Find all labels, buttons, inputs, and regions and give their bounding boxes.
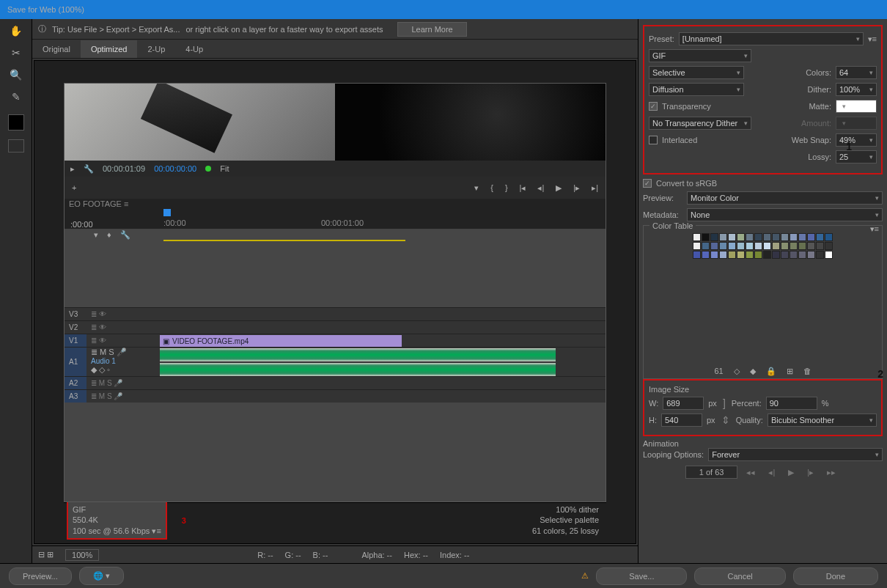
step-fwd-icon[interactable]: |▸ — [573, 183, 580, 193]
anim-prev-icon[interactable]: ◂| — [764, 466, 779, 479]
color-swatch[interactable] — [825, 242, 833, 250]
track-a2[interactable]: A2 — [65, 377, 87, 389]
color-swatch[interactable] — [754, 251, 762, 259]
color-swatch[interactable] — [816, 242, 824, 250]
quality-select[interactable]: Bicubic Smoother — [768, 414, 877, 427]
track-v2[interactable]: V2 — [65, 321, 87, 334]
save-button[interactable]: Save... — [596, 567, 687, 585]
color-swatch[interactable] — [746, 233, 754, 241]
time-ruler[interactable]: :00:00 :00:00 00:00:01:00 — [65, 209, 606, 229]
color-swatch[interactable] — [798, 251, 806, 259]
ct-new-icon[interactable]: ⊞ — [787, 367, 793, 376]
track-a3[interactable]: A3 — [65, 390, 87, 403]
track-v3[interactable]: V3 — [65, 308, 87, 320]
step-back-icon[interactable]: ◂| — [537, 183, 544, 193]
tab-original[interactable]: Original — [32, 40, 81, 58]
color-swatch[interactable] — [693, 242, 701, 250]
color-swatch[interactable] — [693, 233, 701, 241]
loop-select[interactable]: Forever — [708, 448, 883, 461]
anim-last-icon[interactable]: ▸▸ — [822, 466, 840, 479]
metadata-select[interactable]: None — [687, 208, 883, 221]
toggle-slices-icon[interactable] — [8, 139, 24, 152]
color-swatch[interactable] — [702, 242, 710, 250]
color-swatch[interactable] — [693, 251, 701, 259]
dither-method-select[interactable]: Diffusion — [649, 83, 744, 96]
color-swatch[interactable] — [754, 233, 762, 241]
color-swatch[interactable] — [737, 242, 745, 250]
play-icon[interactable]: ▶ — [556, 183, 562, 193]
zoom-fit[interactable]: Fit — [220, 164, 229, 173]
eyedropper-color-swatch[interactable] — [8, 114, 24, 131]
color-swatch[interactable] — [719, 233, 727, 241]
color-swatch[interactable] — [763, 251, 771, 259]
color-swatch[interactable] — [728, 242, 736, 250]
transparency-dither-select[interactable]: No Transparency Dither — [649, 117, 751, 130]
preview-select[interactable]: Monitor Color — [687, 191, 883, 205]
video-clip[interactable]: VIDEO FOOTAGE.mp4 — [160, 335, 402, 347]
bracket-in-icon[interactable]: { — [490, 183, 493, 192]
format-select[interactable]: GIF — [649, 49, 751, 62]
tab-2up[interactable]: 2-Up — [137, 40, 175, 58]
audio-clip[interactable] — [160, 348, 556, 361]
color-swatch[interactable] — [790, 242, 798, 250]
color-swatch[interactable] — [798, 242, 806, 250]
hand-tool-icon[interactable]: ✋ — [6, 22, 26, 40]
color-swatch[interactable] — [772, 251, 780, 259]
color-swatch[interactable] — [816, 251, 824, 259]
color-swatch[interactable] — [807, 233, 815, 241]
color-swatch[interactable] — [728, 251, 736, 259]
goto-start-icon[interactable]: |◂ — [520, 183, 526, 193]
color-swatch[interactable] — [746, 251, 754, 259]
transparency-checkbox[interactable]: ✓ — [649, 102, 658, 111]
zoom-select[interactable]: 100% — [65, 549, 99, 561]
color-swatch[interactable] — [710, 233, 718, 241]
tab-optimized[interactable]: Optimized — [81, 40, 138, 58]
goto-end-icon[interactable]: ▸| — [592, 183, 598, 193]
reduction-select[interactable]: Selective — [649, 66, 744, 79]
learn-more-button[interactable]: Learn More — [397, 22, 466, 37]
color-swatch[interactable] — [798, 233, 806, 241]
color-swatch[interactable] — [710, 242, 718, 250]
color-swatch[interactable] — [781, 233, 789, 241]
color-swatch[interactable] — [772, 242, 780, 250]
playhead-caret[interactable] — [163, 209, 171, 216]
ct-icon[interactable]: ◇ — [734, 367, 740, 376]
color-swatch[interactable] — [746, 242, 754, 250]
color-swatch[interactable] — [763, 242, 771, 250]
cancel-button[interactable]: Cancel — [694, 567, 785, 585]
preset-menu-icon[interactable]: ▾≡ — [868, 34, 877, 44]
playhead-icon[interactable]: ▸ — [70, 164, 75, 174]
color-swatch[interactable] — [728, 233, 736, 241]
audio-clip[interactable] — [160, 363, 556, 376]
bracket-out-icon[interactable]: } — [505, 183, 508, 192]
tools-icon[interactable]: 🔧 — [84, 164, 94, 174]
ct-trash-icon[interactable]: 🗑 — [803, 367, 811, 376]
srgb-checkbox[interactable]: ✓ — [643, 179, 652, 188]
tab-4up[interactable]: 4-Up — [175, 40, 213, 58]
anim-first-icon[interactable]: ◂◂ — [742, 466, 759, 479]
color-swatch[interactable] — [772, 233, 780, 241]
color-swatch[interactable] — [702, 233, 710, 241]
dither-select[interactable]: 100% — [836, 83, 877, 96]
anim-play-icon[interactable]: ▶ — [784, 466, 798, 479]
info-menu-icon[interactable]: ▾≡ — [152, 526, 161, 535]
width-input[interactable] — [663, 397, 704, 410]
link-bracket-icon[interactable]: ] — [721, 397, 727, 409]
color-swatch[interactable] — [737, 251, 745, 259]
add-icon[interactable]: + — [72, 183, 76, 192]
color-swatch[interactable] — [719, 242, 727, 250]
color-swatch[interactable] — [790, 251, 798, 259]
color-swatch[interactable] — [807, 242, 815, 250]
eyedropper-icon[interactable]: ✎ — [6, 88, 26, 106]
matte-select[interactable] — [836, 100, 877, 113]
lossy-select[interactable]: 25 — [836, 150, 877, 163]
height-input[interactable] — [661, 414, 702, 427]
done-button[interactable]: Done — [793, 567, 878, 585]
work-area-bar[interactable] — [163, 240, 405, 241]
warning-icon[interactable]: ⚠ — [581, 571, 589, 581]
color-swatch[interactable] — [825, 233, 833, 241]
color-swatch[interactable] — [790, 233, 798, 241]
color-swatch[interactable] — [737, 233, 745, 241]
colors-select[interactable]: 64 — [836, 66, 877, 79]
link-icon[interactable]: ⇕ — [720, 414, 732, 426]
